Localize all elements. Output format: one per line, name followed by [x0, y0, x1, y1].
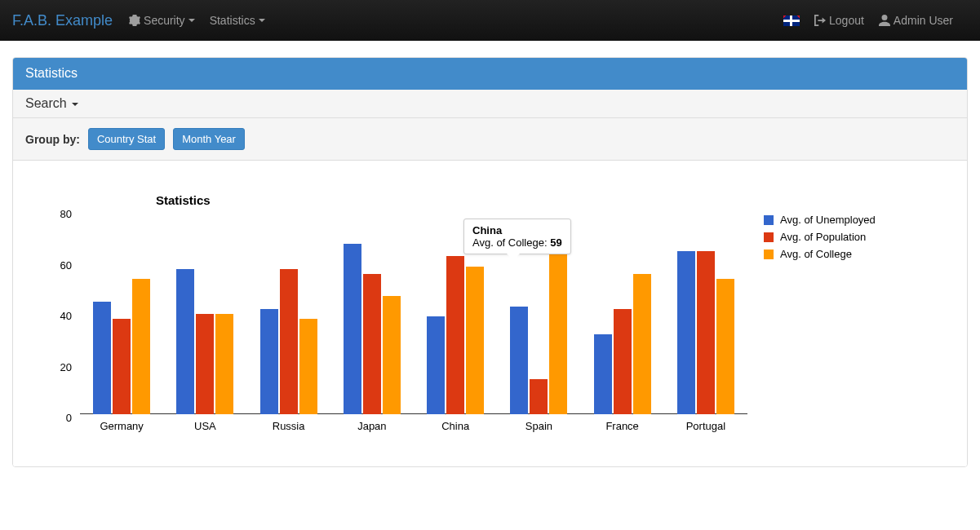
statistics-panel: Statistics Search Group by: Country Stat…	[12, 57, 968, 467]
chart-bar-group	[247, 214, 330, 414]
chart-x-tick: Japan	[330, 417, 414, 434]
groupby-bar: Group by: Country Stat Month Year	[13, 118, 967, 161]
chart-bar[interactable]	[446, 256, 464, 414]
chart-x-tick: Portugal	[664, 417, 747, 434]
chart-bar[interactable]	[510, 307, 528, 414]
chart-bar[interactable]	[299, 319, 317, 414]
search-toggle[interactable]: Search	[13, 90, 967, 118]
legend-swatch-icon	[764, 215, 774, 225]
chart-bar[interactable]	[427, 316, 445, 414]
chart-bar[interactable]	[697, 251, 715, 414]
chart-bar[interactable]	[549, 246, 567, 414]
chart-bar-group	[163, 214, 246, 414]
chart-bar[interactable]	[383, 296, 401, 414]
chart-plot: 020406080 China Avg. of College: 59 Germ	[38, 214, 747, 434]
legend-item[interactable]: Avg. of Population	[764, 231, 876, 243]
chart-bar[interactable]	[93, 302, 111, 414]
tooltip-value: 59	[550, 236, 561, 249]
logout-label: Logout	[829, 14, 864, 27]
chart-bar[interactable]	[677, 251, 695, 414]
nav-statistics[interactable]: Statistics	[210, 14, 265, 27]
chart-y-axis: 020406080	[38, 214, 77, 417]
chart-bar[interactable]	[633, 274, 651, 414]
chart-x-labels: GermanyUSARussiaJapanChinaSpainFrancePor…	[80, 417, 747, 434]
chart-y-tick: 80	[60, 208, 72, 220]
chart-y-tick: 60	[60, 258, 72, 271]
legend-label: Avg. of College	[780, 248, 852, 260]
chart-legend: Avg. of UnemployedAvg. of PopulationAvg.…	[764, 214, 876, 265]
chart-bar[interactable]	[594, 334, 612, 414]
chart-x-tick: USA	[163, 417, 246, 434]
chart-bar[interactable]	[344, 244, 361, 414]
chart-bar[interactable]	[614, 309, 632, 414]
chart-bar[interactable]	[176, 269, 194, 414]
chart-bars	[80, 214, 747, 414]
chart-bar[interactable]	[215, 314, 233, 414]
chart-bar[interactable]	[716, 279, 734, 414]
brand-link[interactable]: F.A.B. Example	[12, 12, 113, 29]
legend-label: Avg. of Population	[780, 231, 866, 243]
chart-bar-group	[581, 214, 664, 414]
panel-title: Statistics	[13, 58, 967, 90]
chart-area: Statistics 020406080 China Avg. of Colle…	[13, 161, 967, 466]
nav-statistics-label: Statistics	[210, 14, 255, 27]
legend-swatch-icon	[764, 250, 774, 259]
gears-icon	[129, 15, 140, 26]
chart-tooltip: China Avg. of College: 59	[463, 219, 571, 254]
chart-bar[interactable]	[363, 274, 381, 414]
chart-bar[interactable]	[132, 279, 150, 414]
chart-y-tick: 40	[60, 310, 72, 322]
legend-item[interactable]: Avg. of Unemployed	[764, 214, 876, 226]
chart-bar[interactable]	[113, 319, 131, 414]
legend-swatch-icon	[764, 232, 774, 242]
chart-y-tick: 20	[60, 360, 72, 373]
search-label: Search	[25, 96, 67, 110]
tooltip-category: China	[472, 224, 562, 236]
chart-bar-group	[664, 214, 747, 414]
groupby-month-year-button[interactable]: Month Year	[173, 128, 245, 150]
chart-bar-group	[330, 214, 414, 414]
chart-x-tick: Germany	[80, 417, 163, 434]
caret-down-icon	[259, 19, 265, 22]
user-icon	[879, 15, 890, 26]
legend-item[interactable]: Avg. of College	[764, 248, 876, 260]
tooltip-series-label: Avg. of College:	[472, 236, 548, 249]
logout-link[interactable]: Logout	[814, 14, 864, 27]
chart-bar[interactable]	[260, 309, 278, 414]
nav-security-label: Security	[144, 14, 185, 27]
chart-x-tick: France	[581, 417, 664, 434]
user-label: Admin User	[894, 14, 953, 27]
chart-title: Statistics	[156, 193, 951, 207]
chart-bar-group	[80, 214, 163, 414]
caret-down-icon	[188, 19, 195, 22]
chart-bar[interactable]	[466, 267, 484, 414]
groupby-label: Group by:	[25, 133, 80, 146]
chart-bar[interactable]	[280, 269, 298, 414]
user-menu[interactable]: Admin User	[879, 14, 953, 27]
flag-uk-icon	[783, 15, 800, 26]
main-container: Statistics Search Group by: Country Stat…	[0, 41, 980, 467]
chart-x-tick: China	[414, 417, 497, 434]
nav-security[interactable]: Security	[129, 14, 195, 27]
legend-label: Avg. of Unemployed	[780, 214, 876, 226]
chart-x-tick: Russia	[247, 417, 330, 434]
navbar: F.A.B. Example Security Statistics Logou…	[0, 0, 980, 41]
groupby-country-stat-button[interactable]: Country Stat	[88, 128, 165, 150]
chart-bar[interactable]	[196, 314, 214, 414]
chart-x-tick: Spain	[497, 417, 580, 434]
chart-plot-area: China Avg. of College: 59	[80, 214, 747, 414]
language-selector[interactable]	[783, 15, 800, 26]
chart-y-tick: 0	[66, 412, 72, 424]
chart-bar[interactable]	[530, 379, 548, 414]
caret-down-icon	[72, 103, 78, 106]
logout-icon	[814, 15, 826, 26]
